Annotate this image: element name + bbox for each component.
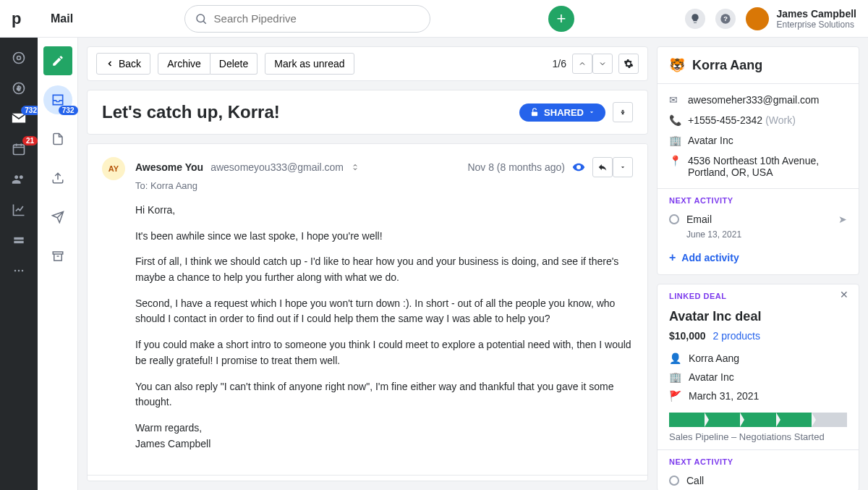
- help-icon[interactable]: ?: [715, 9, 736, 29]
- reply-button[interactable]: [592, 157, 613, 177]
- focus-icon[interactable]: [10, 49, 27, 67]
- deal-products-link[interactable]: 2 products: [713, 330, 760, 342]
- svg-text:?: ?: [724, 15, 728, 22]
- activity-item[interactable]: Call: [658, 470, 859, 490]
- next-button[interactable]: [592, 54, 613, 74]
- mail-subrail: 732: [38, 38, 78, 490]
- next-activity-title: NEXT ACTIVITY: [658, 189, 859, 209]
- user-menu[interactable]: James Campbell Enterprise Solutions: [746, 7, 856, 30]
- sender-avatar: AY: [102, 157, 125, 180]
- deal-value: $10,000: [669, 330, 706, 342]
- inbox-badge: 732: [59, 106, 78, 115]
- deal-org[interactable]: Avatar Inc: [689, 371, 734, 383]
- search-icon: [195, 12, 208, 25]
- send-icon[interactable]: ➤: [838, 214, 847, 225]
- message-list: AY Awesome You awesomeyou333@gmail.com N…: [87, 143, 648, 481]
- contact-name[interactable]: Korra Aang: [692, 58, 762, 73]
- outbox-button[interactable]: [43, 164, 72, 193]
- reply-menu-button[interactable]: [613, 157, 633, 177]
- compose-button[interactable]: [43, 46, 72, 75]
- sender-name: Awesome You: [135, 161, 203, 173]
- inbox-button[interactable]: 732: [43, 85, 72, 114]
- products-icon[interactable]: [10, 232, 27, 249]
- shared-button[interactable]: SHARED: [519, 104, 605, 122]
- building-icon: 🏢: [669, 371, 681, 383]
- user-name: James Campbell: [776, 8, 856, 20]
- pin-icon: 📍: [669, 155, 681, 166]
- svg-point-10: [18, 270, 20, 272]
- search-input[interactable]: [184, 5, 430, 33]
- svg-rect-6: [14, 145, 25, 154]
- deals-icon[interactable]: [10, 80, 27, 97]
- contact-company[interactable]: Avatar Inc: [688, 135, 733, 146]
- contact-phone[interactable]: +1555-455-2342: [688, 114, 762, 126]
- mark-unread-button[interactable]: Mark as unread: [265, 53, 354, 75]
- svg-rect-8: [14, 241, 23, 243]
- more-icon[interactable]: [10, 262, 27, 279]
- archive-nav-button[interactable]: [43, 242, 72, 271]
- sent-button[interactable]: [43, 203, 72, 232]
- compose-fab[interactable]: +: [548, 6, 574, 32]
- message-body: Hi Korra,It's been awhile since we last …: [135, 203, 633, 452]
- svg-point-3: [17, 56, 21, 60]
- page-title: Mail: [51, 12, 73, 25]
- svg-rect-7: [14, 237, 23, 240]
- add-activity-button[interactable]: +Add activity: [658, 245, 859, 274]
- svg-rect-13: [532, 111, 537, 116]
- phone-label: (Work): [765, 114, 796, 126]
- tips-icon[interactable]: [685, 9, 705, 29]
- nav-rail: 732 21: [0, 38, 38, 490]
- svg-point-9: [14, 270, 17, 272]
- radio-icon[interactable]: [669, 214, 679, 224]
- flag-icon: 🚩: [669, 390, 681, 402]
- deal-person[interactable]: Korra Aang: [689, 352, 739, 364]
- svg-point-11: [22, 270, 24, 272]
- tracked-icon[interactable]: [572, 161, 585, 174]
- activity-date: June 13, 2021: [675, 229, 859, 245]
- back-button[interactable]: Back: [96, 53, 150, 75]
- svg-point-4: [14, 53, 25, 64]
- collapse-button[interactable]: [613, 102, 633, 122]
- contact-email[interactable]: awesomeher333@gmail.com: [688, 94, 820, 106]
- svg-rect-12: [53, 252, 63, 254]
- insights-icon[interactable]: [10, 201, 27, 219]
- thread-position: 1/6: [553, 58, 566, 69]
- user-subtitle: Enterprise Solutions: [776, 20, 856, 30]
- contact-address: 4536 Northeast 10th Avenue, Portland, OR…: [688, 155, 847, 178]
- thread-subject: Let's catch up, Korra!: [102, 102, 280, 122]
- archive-button[interactable]: Archive: [158, 53, 210, 75]
- subject-bar: Let's catch up, Korra! SHARED: [87, 90, 648, 135]
- deal-title[interactable]: Avatar Inc deal: [658, 305, 859, 329]
- prev-button[interactable]: [572, 54, 592, 74]
- person-icon: 👤: [669, 352, 681, 364]
- message-item: AY Awesome You awesomeyou333@gmail.com N…: [88, 144, 647, 476]
- message-to: To: Korra Aang: [135, 180, 633, 191]
- pipeline-label: Sales Pipeline – Negotiations Started: [658, 430, 859, 449]
- topbar: p Mail + ? James Campbell Enterprise Sol…: [0, 0, 868, 38]
- contacts-icon[interactable]: [10, 171, 27, 188]
- avatar: [746, 7, 769, 30]
- pipeline-stages[interactable]: [658, 405, 859, 430]
- linked-deal-title: LINKED DEAL: [658, 284, 738, 305]
- deal-date: March 31, 2021: [689, 390, 759, 402]
- app-logo[interactable]: p: [12, 9, 38, 28]
- calendar-badge: 21: [22, 136, 38, 145]
- message-item: KA Korra Aang awesomeher333@gmail.com No…: [88, 476, 647, 481]
- deal-next-activity-title: NEXT ACTIVITY: [658, 450, 859, 470]
- message-date: Nov 8 (8 months ago): [467, 161, 565, 173]
- phone-icon: 📞: [669, 114, 681, 126]
- email-icon: ✉: [669, 94, 681, 106]
- unlink-deal-button[interactable]: ✕: [840, 289, 848, 300]
- delete-button[interactable]: Delete: [210, 53, 258, 75]
- activity-item[interactable]: Email ➤: [658, 209, 859, 229]
- expand-details-icon[interactable]: [351, 162, 359, 172]
- building-icon: 🏢: [669, 135, 681, 146]
- svg-point-0: [197, 14, 205, 22]
- mail-icon[interactable]: 732: [10, 110, 27, 127]
- settings-button[interactable]: [618, 54, 639, 74]
- calendar-icon[interactable]: 21: [10, 140, 27, 158]
- radio-icon[interactable]: [669, 476, 679, 486]
- contact-avatar-icon: 🐯: [669, 57, 685, 73]
- drafts-button[interactable]: [43, 124, 72, 153]
- contact-sidebar: 🐯 Korra Aang ✉awesomeher333@gmail.com 📞+…: [657, 38, 868, 490]
